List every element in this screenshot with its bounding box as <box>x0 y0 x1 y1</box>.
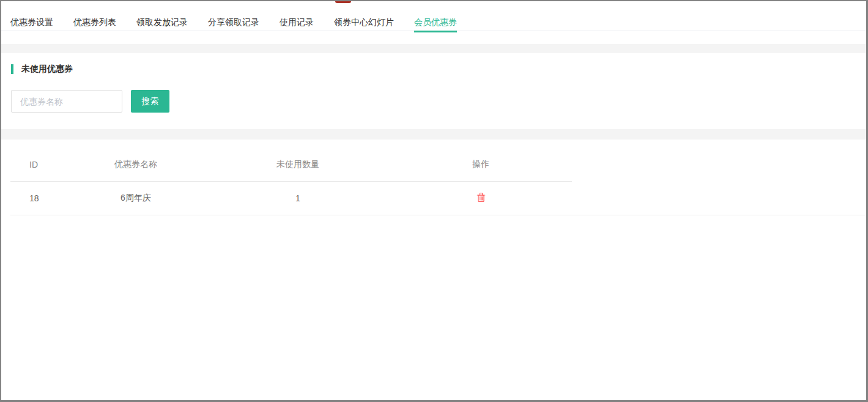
search-button[interactable]: 搜索 <box>131 90 169 113</box>
search-panel: 未使用优惠券 搜索 <box>1 53 866 129</box>
clipped-red-element <box>335 1 351 3</box>
table-header-row: ID 优惠券名称 未使用数量 操作 <box>10 148 572 182</box>
column-header-action: 操作 <box>390 159 572 170</box>
app-window: 优惠券设置 优惠券列表 领取发放记录 分享领取记录 使用记录 领券中心幻灯片 会… <box>0 0 868 402</box>
tab-member-coupons[interactable]: 会员优惠券 <box>414 17 457 27</box>
tab-claim-records[interactable]: 领取发放记录 <box>136 17 188 27</box>
cell-coupon-name: 6周年庆 <box>65 193 206 204</box>
tab-coupon-settings[interactable]: 优惠券设置 <box>10 17 53 27</box>
cell-id: 18 <box>10 193 65 203</box>
delete-button[interactable] <box>477 192 486 203</box>
tab-usage-records[interactable]: 使用记录 <box>280 17 314 27</box>
cell-unused-count: 1 <box>206 193 390 203</box>
tab-coupon-center-slides[interactable]: 领券中心幻灯片 <box>334 17 394 27</box>
section-title-accent-bar <box>11 64 13 74</box>
cell-action <box>390 192 572 204</box>
panel-divider <box>1 129 866 140</box>
tabs-panel: 优惠券设置 优惠券列表 领取发放记录 分享领取记录 使用记录 领券中心幻灯片 会… <box>1 1 866 44</box>
section-title: 未使用优惠券 <box>11 64 866 74</box>
table-row: 18 6周年庆 1 <box>10 182 866 215</box>
section-title-text: 未使用优惠券 <box>21 64 73 75</box>
table-panel: ID 优惠券名称 未使用数量 操作 18 6周年庆 1 <box>1 140 866 400</box>
tab-coupon-list[interactable]: 优惠券列表 <box>73 17 116 27</box>
column-header-unused: 未使用数量 <box>206 159 390 170</box>
search-row: 搜索 <box>11 90 866 113</box>
tab-share-claim-records[interactable]: 分享领取记录 <box>208 17 259 27</box>
column-header-id: ID <box>10 160 65 169</box>
tab-bar: 优惠券设置 优惠券列表 领取发放记录 分享领取记录 使用记录 领券中心幻灯片 会… <box>1 1 866 31</box>
trash-icon <box>477 192 486 203</box>
panel-divider <box>1 44 866 53</box>
column-header-name: 优惠券名称 <box>65 159 206 170</box>
coupon-name-input[interactable] <box>11 90 122 113</box>
